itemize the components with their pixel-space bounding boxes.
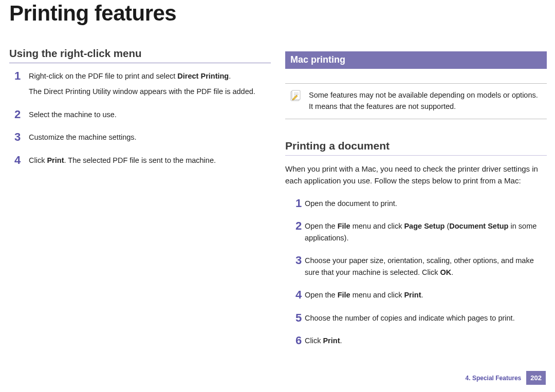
step: 1Right-click on the PDF file to print an… <box>9 70 271 98</box>
left-column: Using the right-click menu 1Right-click … <box>9 33 271 358</box>
step-number: 3 <box>285 255 295 278</box>
step: 4Open the File menu and click Print. <box>285 289 547 301</box>
right-column: Mac printing Some features may not be av… <box>285 33 547 358</box>
step: 3Choose your paper size, orientation, sc… <box>285 255 547 278</box>
step-number: 2 <box>9 109 20 120</box>
bold-text: File <box>338 291 350 299</box>
step-body: Choose the number of copies and indicate… <box>305 312 547 324</box>
note-icon <box>289 90 302 102</box>
step: 2Open the File menu and click Page Setup… <box>285 220 547 244</box>
left-section-heading: Using the right-click menu <box>9 33 271 63</box>
right-steps: 1Open the document to print.2Open the Fi… <box>285 198 547 347</box>
step-body: Customize the machine settings. <box>29 132 271 143</box>
step-number: 2 <box>285 220 295 244</box>
content-columns: Using the right-click menu 1Right-click … <box>0 33 555 358</box>
step-body: Open the File menu and click Print. <box>305 289 547 301</box>
step-body: Select the machine to use. <box>29 109 271 120</box>
step-paragraph: Click Print. <box>305 335 547 346</box>
page-number: 202 <box>526 371 546 385</box>
note-text: Some features may not be available depen… <box>309 90 543 113</box>
step-number: 1 <box>9 70 20 98</box>
step-body: Choose your paper size, orientation, sca… <box>305 255 547 278</box>
step-paragraph: Customize the machine settings. <box>29 132 271 143</box>
step-paragraph: The Direct Printing Utility window appea… <box>29 86 271 97</box>
step: 4Click Print. The selected PDF file is s… <box>9 155 271 166</box>
step-paragraph: Open the File menu and click Page Setup … <box>305 220 547 244</box>
bold-text: OK <box>440 268 452 276</box>
page-footer: 4. Special Features 202 <box>466 371 546 385</box>
note-box: Some features may not be available depen… <box>285 83 547 119</box>
step-body: Right-click on the PDF file to print and… <box>29 70 271 98</box>
step-paragraph: Open the File menu and click Print. <box>305 289 547 301</box>
intro-paragraph: When you print with a Mac, you need to c… <box>285 163 547 187</box>
step: 3Customize the machine settings. <box>9 132 271 143</box>
step: 5Choose the number of copies and indicat… <box>285 312 547 324</box>
step-number: 1 <box>285 198 295 209</box>
step-body: Open the document to print. <box>305 198 547 209</box>
bold-text: File <box>338 222 350 230</box>
step-body: Click Print. <box>305 335 547 346</box>
step-number: 4 <box>285 289 295 301</box>
left-steps: 1Right-click on the PDF file to print an… <box>9 70 271 166</box>
right-sub-heading: Printing a document <box>285 124 547 156</box>
bold-text: Print <box>404 291 421 299</box>
bold-text: Direct Printing <box>177 72 229 80</box>
step-number: 3 <box>9 132 20 143</box>
bold-text: Print <box>323 337 340 345</box>
step-body: Open the File menu and click Page Setup … <box>305 220 547 244</box>
step-number: 5 <box>285 312 295 324</box>
step: 2Select the machine to use. <box>9 109 271 120</box>
step-paragraph: Click Print. The selected PDF file is se… <box>29 155 271 166</box>
step-paragraph: Right-click on the PDF file to print and… <box>29 70 271 82</box>
step-paragraph: Choose your paper size, orientation, sca… <box>305 255 547 278</box>
step-body: Click Print. The selected PDF file is se… <box>29 155 271 166</box>
step-paragraph: Choose the number of copies and indicate… <box>305 312 547 324</box>
bold-text: Document Setup <box>449 222 508 230</box>
footer-chapter-label: 4. Special Features <box>466 375 522 382</box>
step: 6Click Print. <box>285 335 547 346</box>
page-title: Printing features <box>0 0 555 33</box>
step-paragraph: Open the document to print. <box>305 198 547 209</box>
bold-text: Page Setup <box>404 222 445 230</box>
step-number: 4 <box>9 155 20 166</box>
step: 1Open the document to print. <box>285 198 547 209</box>
bold-text: Print <box>47 156 64 164</box>
step-number: 6 <box>285 335 295 346</box>
section-bar-mac-printing: Mac printing <box>285 51 547 69</box>
step-paragraph: Select the machine to use. <box>29 109 271 120</box>
